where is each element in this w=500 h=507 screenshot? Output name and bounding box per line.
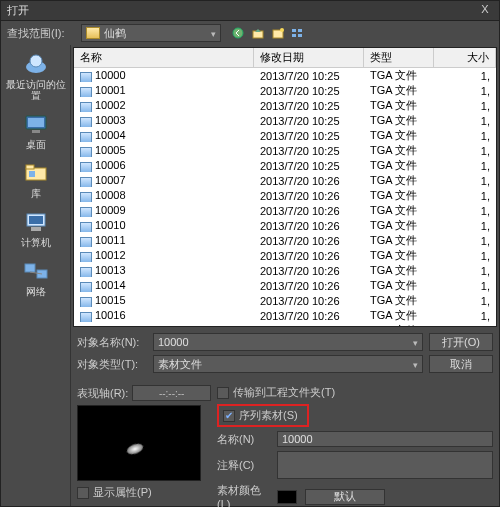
file-icon xyxy=(80,207,92,217)
places-sidebar: 最近访问的位置 桌面 库 计算机 网络 xyxy=(1,45,71,506)
file-icon xyxy=(80,222,92,232)
table-row[interactable]: 100132013/7/20 10:26TGA 文件1, xyxy=(74,263,496,278)
file-icon xyxy=(80,117,92,127)
lookin-value: 仙鹤 xyxy=(104,26,126,41)
copy-to-project-checkbox[interactable] xyxy=(217,387,229,399)
sidebar-item-recent[interactable]: 最近访问的位置 xyxy=(1,49,70,103)
sidebar-label: 库 xyxy=(31,188,41,199)
recent-icon xyxy=(20,51,52,77)
bottom-panel: 表现轴(R): --:--:-- 显示属性(P) 传输到工程文件夹(T) xyxy=(71,381,499,507)
file-icon xyxy=(80,72,92,82)
table-row[interactable]: 100162013/7/20 10:26TGA 文件1, xyxy=(74,308,496,323)
file-icon xyxy=(80,252,92,262)
back-icon[interactable] xyxy=(229,25,247,41)
copy-to-project-row: 传输到工程文件夹(T) xyxy=(217,385,493,400)
svg-rect-7 xyxy=(298,34,302,37)
svg-rect-1 xyxy=(253,31,263,38)
file-icon xyxy=(80,192,92,202)
file-icon xyxy=(80,102,92,112)
show-properties-checkbox[interactable] xyxy=(77,487,89,499)
svg-rect-15 xyxy=(29,171,35,177)
object-type-combo[interactable]: 素材文件 xyxy=(153,355,423,373)
table-row[interactable]: 100112013/7/20 10:26TGA 文件1, xyxy=(74,233,496,248)
network-icon xyxy=(20,258,52,284)
dialog-title: 打开 xyxy=(7,3,477,18)
comment-label: 注释(C) xyxy=(217,458,273,473)
svg-rect-14 xyxy=(26,165,34,169)
comment-input[interactable] xyxy=(277,451,493,479)
table-row[interactable]: 100082013/7/20 10:26TGA 文件1, xyxy=(74,188,496,203)
col-type[interactable]: 类型 xyxy=(364,48,434,67)
col-name[interactable]: 名称 xyxy=(74,48,254,67)
sidebar-item-desktop[interactable]: 桌面 xyxy=(1,109,70,152)
sequence-material-row: 序列素材(S) xyxy=(223,408,303,423)
computer-icon xyxy=(20,209,52,235)
folder-icon xyxy=(86,27,100,39)
file-icon xyxy=(80,267,92,277)
table-row[interactable]: 100052013/7/20 10:25TGA 文件1, xyxy=(74,143,496,158)
table-row[interactable]: 100142013/7/20 10:26TGA 文件1, xyxy=(74,278,496,293)
sequence-highlight: 序列素材(S) xyxy=(217,404,309,427)
object-name-label: 对象名称(N): xyxy=(77,335,147,350)
svg-point-3 xyxy=(280,28,284,32)
sidebar-item-libraries[interactable]: 库 xyxy=(1,158,70,201)
table-row[interactable]: 100122013/7/20 10:26TGA 文件1, xyxy=(74,248,496,263)
file-icon xyxy=(80,282,92,292)
sidebar-item-computer[interactable]: 计算机 xyxy=(1,207,70,250)
table-row[interactable]: 100022013/7/20 10:25TGA 文件1, xyxy=(74,98,496,113)
col-size[interactable]: 大小 xyxy=(434,48,496,67)
lookin-combo[interactable]: 仙鹤 xyxy=(81,24,221,42)
svg-rect-5 xyxy=(292,34,296,37)
axis-dropdown[interactable]: --:--:-- xyxy=(132,385,211,401)
file-list-body[interactable]: 100002013/7/20 10:25TGA 文件1,100012013/7/… xyxy=(74,68,496,326)
file-icon xyxy=(80,297,92,307)
preview-content xyxy=(125,441,145,457)
file-icon xyxy=(80,87,92,97)
dialog-body: 最近访问的位置 桌面 库 计算机 网络 名称 xyxy=(1,45,499,506)
main-panel: 名称 修改日期 类型 大小 100002013/7/20 10:25TGA 文件… xyxy=(71,45,499,506)
show-properties-label: 显示属性(P) xyxy=(93,485,152,500)
open-button[interactable]: 打开(O) xyxy=(429,333,493,351)
table-row[interactable]: 100002013/7/20 10:25TGA 文件1, xyxy=(74,68,496,83)
svg-rect-17 xyxy=(29,216,43,224)
svg-rect-19 xyxy=(25,264,35,272)
show-properties-row: 显示属性(P) xyxy=(77,485,211,500)
table-row[interactable]: 100012013/7/20 10:25TGA 文件1, xyxy=(74,83,496,98)
table-row[interactable]: 100032013/7/20 10:25TGA 文件1, xyxy=(74,113,496,128)
table-row[interactable]: 100172013/7/20 10:26TGA 文件1, xyxy=(74,323,496,326)
sidebar-label: 最近访问的位置 xyxy=(1,79,70,101)
object-type-label: 对象类型(T): xyxy=(77,357,147,372)
new-folder-icon[interactable] xyxy=(269,25,287,41)
table-row[interactable]: 100072013/7/20 10:26TGA 文件1, xyxy=(74,173,496,188)
cancel-button[interactable]: 取消 xyxy=(429,355,493,373)
path-bar: 查找范围(I): 仙鹤 xyxy=(1,21,499,45)
view-menu-icon[interactable] xyxy=(289,25,307,41)
preview-thumbnail xyxy=(77,405,201,481)
svg-rect-11 xyxy=(28,118,44,127)
table-row[interactable]: 100062013/7/20 10:25TGA 文件1, xyxy=(74,158,496,173)
desktop-icon xyxy=(20,111,52,137)
object-name-combo[interactable]: 10000 xyxy=(153,333,423,351)
sidebar-label: 网络 xyxy=(26,286,46,297)
sequence-material-checkbox[interactable] xyxy=(223,410,235,422)
filename-fields: 对象名称(N): 10000 打开(O) 对象类型(T): 素材文件 取消 xyxy=(71,329,499,377)
table-row[interactable]: 100102013/7/20 10:26TGA 文件1, xyxy=(74,218,496,233)
table-row[interactable]: 100092013/7/20 10:26TGA 文件1, xyxy=(74,203,496,218)
sequence-material-label: 序列素材(S) xyxy=(239,408,298,423)
close-icon[interactable]: X xyxy=(477,3,493,19)
chevron-down-icon xyxy=(413,358,418,370)
libraries-icon xyxy=(20,160,52,186)
color-swatch[interactable] xyxy=(277,490,297,504)
table-row[interactable]: 100042013/7/20 10:25TGA 文件1, xyxy=(74,128,496,143)
sidebar-label: 计算机 xyxy=(21,237,51,248)
color-mode-dropdown[interactable]: 默认 xyxy=(305,489,385,505)
svg-rect-18 xyxy=(31,227,41,231)
titlebar: 打开 X xyxy=(1,1,499,21)
axis-label: 表现轴(R): xyxy=(77,386,128,401)
sidebar-item-network[interactable]: 网络 xyxy=(1,256,70,299)
table-row[interactable]: 100152013/7/20 10:26TGA 文件1, xyxy=(74,293,496,308)
name-input[interactable]: 10000 xyxy=(277,431,493,447)
col-date[interactable]: 修改日期 xyxy=(254,48,364,67)
up-icon[interactable] xyxy=(249,25,267,41)
file-list: 名称 修改日期 类型 大小 100002013/7/20 10:25TGA 文件… xyxy=(73,47,497,327)
